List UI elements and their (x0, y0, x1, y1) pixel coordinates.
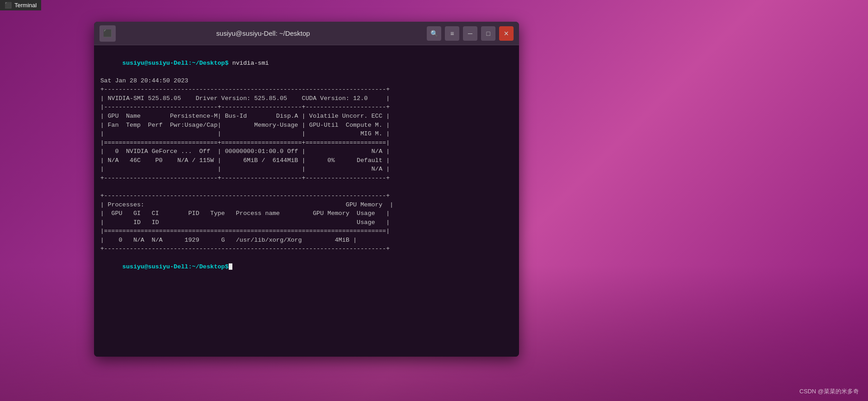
cursor (229, 263, 232, 270)
prompt-line-2: susiyu@susiyu-Dell:~/Desktop$ (100, 253, 513, 280)
separator-1: |-------------------------------+-------… (100, 103, 513, 112)
prompt-line-1: susiyu@susiyu-Dell:~/Desktop$ nvidia-smi (100, 50, 513, 76)
separator-3: +-------------------------------+-------… (100, 174, 513, 183)
minimize-button[interactable]: ─ (463, 26, 477, 41)
app-taskbar: ⬛ Terminal (0, 0, 41, 10)
watermark: CSDN @菜菜的米多奇 (799, 387, 859, 396)
process-col-header-2: | ID ID Usage | (100, 218, 513, 227)
app-label: Terminal (14, 2, 37, 9)
close-button[interactable]: ✕ (499, 26, 514, 41)
prompt-text-2: susiyu@susiyu-Dell:~/Desktop$ (123, 263, 229, 270)
title-bar: ⬛ susiyu@susiyu-Dell: ~/Desktop 🔍 ≡ ─ □ … (94, 22, 519, 45)
terminal-app-icon: ⬛ (5, 2, 12, 9)
gpu-row-3: | | | N/A | (100, 165, 513, 174)
window-controls: 🔍 ≡ ─ □ ✕ (427, 26, 514, 41)
prompt-text-1: susiyu@susiyu-Dell:~/Desktop$ (123, 60, 229, 67)
col-header-3: | | | MIG M. | (100, 129, 513, 138)
col-header-2: | Fan Temp Perf Pwr:Usage/Cap| Memory-Us… (100, 121, 513, 130)
border-processes-top: +---------------------------------------… (100, 191, 513, 200)
gpu-row-2: | N/A 46C P0 N/A / 115W | 6MiB / 6144MiB… (100, 156, 513, 165)
process-row-1: | 0 N/A N/A 1929 G /usr/lib/xorg/Xorg 4M… (100, 236, 513, 245)
menu-button[interactable]: ≡ (445, 26, 459, 41)
separator-4: |=======================================… (100, 227, 513, 236)
timestamp-line: Sat Jan 28 20:44:50 2023 (100, 76, 513, 86)
window-title: susiyu@susiyu-Dell: ~/Desktop (99, 29, 427, 37)
terminal-content[interactable]: susiyu@susiyu-Dell:~/Desktop$ nvidia-smi… (94, 45, 519, 357)
processes-header: | Processes: GPU Memory | (100, 200, 513, 210)
smi-header: | NVIDIA-SMI 525.85.05 Driver Version: 5… (100, 94, 513, 103)
col-header-1: | GPU Name Persistence-M| Bus-Id Disp.A … (100, 112, 513, 121)
command-text: nvidia-smi (229, 60, 269, 67)
maximize-button[interactable]: □ (481, 26, 495, 41)
border-top: +---------------------------------------… (100, 85, 513, 94)
terminal-window: ⬛ susiyu@susiyu-Dell: ~/Desktop 🔍 ≡ ─ □ … (94, 22, 519, 357)
separator-2: |===============================+=======… (100, 138, 513, 148)
search-button[interactable]: 🔍 (427, 26, 441, 41)
empty-line (100, 182, 513, 191)
watermark-text: CSDN @菜菜的米多奇 (799, 388, 859, 395)
gpu-row-1: | 0 NVIDIA GeForce ... Off | 00000000:01… (100, 147, 513, 156)
border-bottom: +---------------------------------------… (100, 244, 513, 253)
process-col-header-1: | GPU GI CI PID Type Process name GPU Me… (100, 209, 513, 218)
